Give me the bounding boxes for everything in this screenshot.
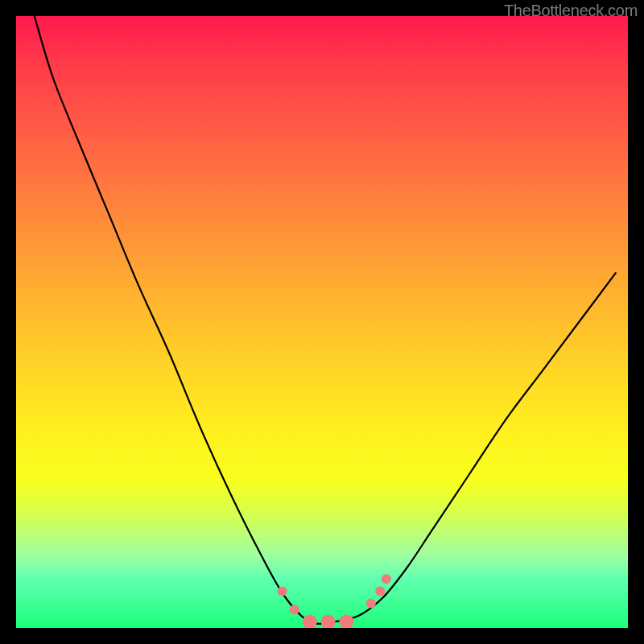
- bottleneck-curve: [35, 16, 616, 624]
- chart-frame: TheBottleneck.com: [0, 0, 644, 644]
- marker-dot: [278, 586, 287, 596]
- marker-dot: [339, 614, 353, 628]
- marker-dot: [303, 614, 317, 628]
- marker-dot: [375, 586, 385, 596]
- marker-dot: [290, 605, 299, 614]
- plot-area: [16, 16, 628, 628]
- marker-dot: [366, 599, 376, 609]
- marker-dot: [321, 614, 336, 628]
- marker-dot: [382, 574, 391, 584]
- highlight-markers: [278, 574, 391, 628]
- watermark-text: TheBottleneck.com: [504, 2, 638, 20]
- curve-layer: [16, 16, 628, 628]
